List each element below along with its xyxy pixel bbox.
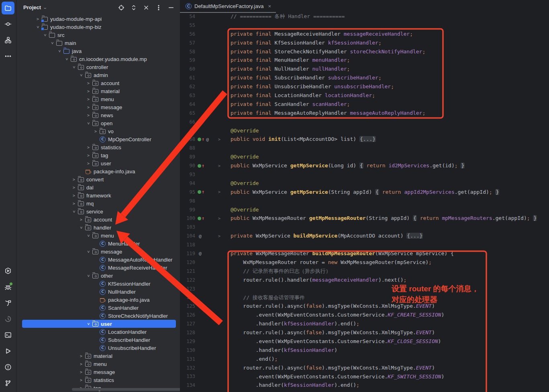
chevron-expanded-icon[interactable]: > xyxy=(72,63,76,71)
more-tool-windows-icon[interactable] xyxy=(2,50,14,63)
override-up-arrow-icon[interactable]: ↑ xyxy=(202,190,204,194)
code-line-133[interactable]: 133 .event(WxMpEventConstants.CustomerSe… xyxy=(180,372,549,381)
tree-item-menu[interactable]: >menu xyxy=(16,232,180,240)
commit-icon[interactable] xyxy=(2,18,14,30)
tree-item-admin[interactable]: >admin xyxy=(16,71,180,79)
code-editor[interactable]: 54// ========== 各种 Handler ==========555… xyxy=(180,12,549,392)
code-line-130[interactable]: 130 .handler(kfSessionHandler) xyxy=(180,346,549,355)
git-icon[interactable] xyxy=(2,377,14,390)
options-kebab-icon[interactable] xyxy=(154,3,163,12)
services-icon[interactable] xyxy=(2,264,14,277)
code-line-62[interactable]: 62private final UnsubscribeHandler unsub… xyxy=(180,82,549,91)
tree-item-news[interactable]: >news xyxy=(16,111,180,119)
chevron-collapsed-icon[interactable]: > xyxy=(78,354,85,358)
code-line-103[interactable]: 103 xyxy=(180,223,549,232)
chevron-expanded-icon[interactable]: > xyxy=(86,272,91,279)
tree-item-messageautoreplyhandler[interactable]: CMessageAutoReplyHandler xyxy=(16,256,180,264)
chevron-expanded-icon[interactable]: > xyxy=(86,232,91,239)
code-line-124[interactable]: 124 // 接收客服会话管理事件 xyxy=(180,293,549,302)
close-icon[interactable]: × xyxy=(268,3,271,9)
problems-icon[interactable] xyxy=(2,361,14,374)
tree-item-vo[interactable]: >vo xyxy=(16,127,180,135)
build-icon[interactable] xyxy=(2,297,14,309)
chevron-collapsed-icon[interactable]: > xyxy=(78,378,85,382)
chevron-expanded-icon[interactable]: > xyxy=(65,55,69,63)
code-line-56[interactable]: 56private final MessageReceiveHandler me… xyxy=(180,30,549,39)
tree-item-src[interactable]: >src xyxy=(16,31,180,39)
chevron-expanded-icon[interactable]: > xyxy=(86,320,91,327)
chevron-expanded-icon[interactable]: > xyxy=(86,248,91,255)
code-line-121[interactable]: 121 // 记录所有事件的日志（异步执行） xyxy=(180,267,549,276)
code-line-54[interactable]: 54// ========== 各种 Handler ========== xyxy=(180,12,549,21)
chevron-collapsed-icon[interactable]: > xyxy=(85,153,92,158)
structure-icon[interactable] xyxy=(2,34,14,47)
code-line-129[interactable]: 129 .event(WxMpEventConstants.CustomerSe… xyxy=(180,337,549,346)
tree-item-java[interactable]: >java xyxy=(16,47,180,55)
chevron-expanded-icon[interactable]: > xyxy=(36,23,40,30)
chevron-collapsed-icon[interactable]: > xyxy=(85,105,92,110)
code-line-98[interactable]: 98 xyxy=(180,197,549,205)
tree-item-menu[interactable]: >menu xyxy=(16,95,180,103)
code-line-118[interactable]: 118 xyxy=(180,240,549,249)
code-line-55[interactable]: 55 xyxy=(180,21,549,30)
tree-item-service[interactable]: >service xyxy=(16,207,180,215)
tree-item-controller[interactable]: >controller xyxy=(16,63,180,71)
code-line-100[interactable]: 100↑>public WxMpMessageRouter getMpMessa… xyxy=(180,214,549,223)
overrides-method-icon[interactable] xyxy=(198,138,201,141)
code-line-94[interactable]: 94@Override xyxy=(180,179,549,188)
tree-item-mq[interactable]: >mq xyxy=(16,199,180,207)
code-line-61[interactable]: 61private final SubscribeHandler subscri… xyxy=(180,73,549,82)
fold-chevron-icon[interactable]: > xyxy=(216,234,222,238)
tree-item-storechecknotifyhandler[interactable]: CStoreCheckNotifyHandler xyxy=(16,312,180,320)
chevron-expanded-icon[interactable]: > xyxy=(50,39,55,47)
debug-icon[interactable] xyxy=(2,280,14,293)
code-line-88[interactable]: 88 xyxy=(180,144,549,152)
tree-item-menuhandler[interactable]: CMenuHandler xyxy=(16,240,180,248)
fold-chevron-icon[interactable]: > xyxy=(216,216,222,221)
code-line-93[interactable]: 93 xyxy=(180,170,549,179)
chevron-collapsed-icon[interactable]: > xyxy=(70,185,78,190)
tree-item-dal[interactable]: >dal xyxy=(16,183,180,191)
code-line-64[interactable]: 64private final ScanHandler scanHandler; xyxy=(180,100,549,109)
collapse-all-icon[interactable] xyxy=(141,3,151,12)
code-line-122[interactable]: 122 router.rule().handler(messageReceive… xyxy=(180,276,549,284)
chevron-collapsed-icon[interactable]: > xyxy=(70,193,78,198)
hide-panel-icon[interactable] xyxy=(166,3,176,12)
tree-item-statistics[interactable]: >statistics xyxy=(16,143,180,151)
tree-item-nullhandler[interactable]: CNullHandler xyxy=(16,288,180,296)
code-line-68[interactable]: 68↑@>public void init(List<MpAccountDO> … xyxy=(180,135,549,144)
chevron-expanded-icon[interactable]: > xyxy=(72,208,76,215)
tree-item-cn-iocoder-yudao-module-mp[interactable]: >cn.iocoder.yudao.module.mp xyxy=(16,55,180,63)
chevron-expanded-icon[interactable]: > xyxy=(86,120,91,127)
override-up-arrow-icon[interactable]: ↑ xyxy=(202,217,204,220)
code-line-125[interactable]: 125 router.rule().async(false).msgType(W… xyxy=(180,302,549,311)
tree-item-yudao-module-mp-biz[interactable]: >yudao-module-mp-biz xyxy=(16,23,180,31)
run-icon[interactable] xyxy=(2,345,14,357)
tree-item-scanhandler[interactable]: CScanHandler xyxy=(16,304,180,312)
tree-item-material[interactable]: >material xyxy=(16,352,180,360)
chevron-collapsed-icon[interactable]: > xyxy=(92,129,99,134)
project-panel-title[interactable]: Project xyxy=(23,4,41,10)
code-line-63[interactable]: 63private final LocationHandler location… xyxy=(180,91,549,100)
code-line-67[interactable]: 67@Override xyxy=(180,126,549,135)
tab-defaultmpservicefactory[interactable]: C DefaultMpServiceFactory.java × xyxy=(180,0,276,13)
chevron-collapsed-icon[interactable]: > xyxy=(70,201,78,206)
overrides-method-icon[interactable] xyxy=(198,164,201,168)
code-line-123[interactable]: 123 xyxy=(180,284,549,293)
overrides-method-icon[interactable] xyxy=(198,217,201,220)
code-line-104[interactable]: 104@>private WxMpService buildMpService(… xyxy=(180,232,549,240)
tree-item-open[interactable]: >open xyxy=(16,119,180,127)
tree-item-package-info-java[interactable]: package-info.java xyxy=(16,167,180,175)
override-up-arrow-icon[interactable]: ↑ xyxy=(202,138,204,141)
tree-item-user[interactable]: >user xyxy=(16,320,180,328)
code-line-127[interactable]: 127 .handler(kfSessionHandler).end(); xyxy=(180,319,549,328)
code-line-60[interactable]: 60private final NullHandler nullHandler; xyxy=(180,65,549,73)
chevron-expanded-icon[interactable]: > xyxy=(43,31,47,39)
code-line-65[interactable]: 65private final MessageAutoReplyHandler … xyxy=(180,109,549,118)
tree-item-main[interactable]: >main xyxy=(16,39,180,47)
chevron-expanded-icon[interactable]: > xyxy=(79,71,84,79)
chevron-expanded-icon[interactable]: > xyxy=(79,224,84,231)
tree-item-handler[interactable]: >handler xyxy=(16,223,180,232)
fold-chevron-icon[interactable]: > xyxy=(216,137,222,142)
tree-item-package-info-java[interactable]: package-info.java xyxy=(16,296,180,304)
